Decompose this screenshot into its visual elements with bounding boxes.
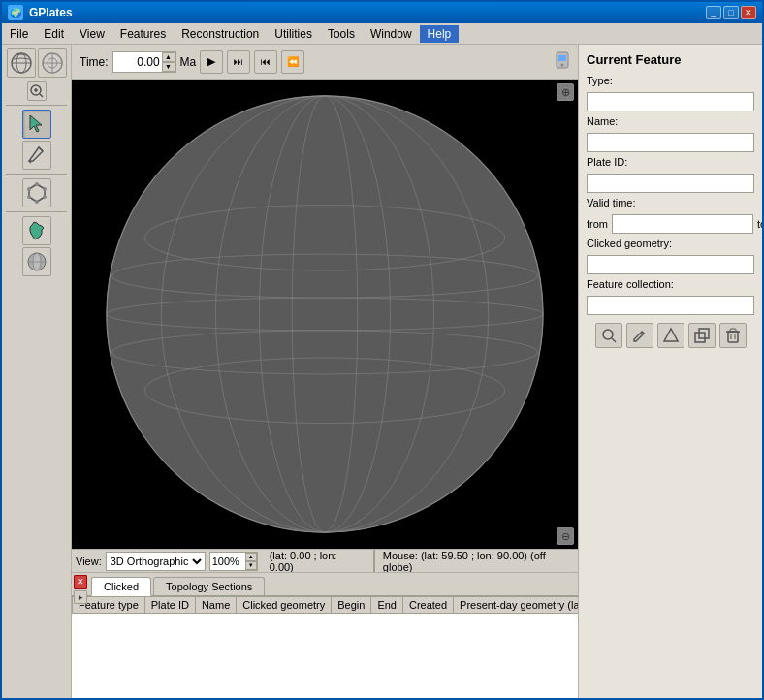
minimize-button[interactable]: _ (706, 6, 721, 19)
topology-tools-section (2, 178, 71, 207)
bottom-tabs: Clicked Topology Sections (72, 573, 578, 596)
svg-line-40 (612, 338, 616, 342)
svg-point-25 (561, 64, 564, 67)
time-input-container: ▲ ▼ (112, 51, 176, 73)
valid-time-label: Valid time: (587, 197, 754, 208)
svg-rect-45 (728, 332, 738, 342)
right-panel-title: Current Feature (587, 52, 754, 67)
svg-point-27 (107, 96, 543, 532)
mouse-position: Mouse: (lat: 59.50 ; lon: 90.00) (off gl… (374, 550, 574, 573)
app-icon: 🌍 (8, 5, 23, 20)
col-present-day-geometry: Present-day geometry (lat ; (454, 597, 578, 614)
panel-collapse-button[interactable]: ▸ (74, 590, 87, 604)
draw-tool[interactable] (22, 141, 51, 170)
coord-display: (lat: 0.00 ; lon: 0.00) (262, 550, 366, 573)
menu-file[interactable]: File (2, 25, 36, 43)
feature-table: Feature type Plate ID Name Clicked geome… (72, 596, 578, 614)
close-button[interactable]: ✕ (741, 6, 756, 19)
feature-collection-input[interactable] (587, 296, 754, 315)
divider-3 (6, 211, 68, 212)
svg-line-41 (642, 332, 644, 334)
view-select[interactable]: 3D Orthographic 2D Map (106, 552, 206, 571)
clicked-geom-input[interactable] (587, 255, 754, 274)
zoom-spin-down[interactable]: ▼ (245, 561, 257, 570)
svg-line-11 (39, 147, 43, 151)
right-panel: Current Feature Type: Name: Plate ID: Va… (578, 45, 762, 698)
feature-collection-label: Feature collection: (587, 278, 754, 290)
feature-table-container[interactable]: Feature type Plate ID Name Clicked geome… (72, 596, 578, 698)
valid-time-row: from to (587, 214, 754, 234)
view-label: View: (76, 556, 102, 567)
zoom-input[interactable] (210, 556, 245, 567)
zoom-input-container: ▲ ▼ (209, 552, 258, 571)
zoom-out-icon[interactable]: ⊖ (557, 527, 574, 545)
menu-edit[interactable]: Edit (36, 25, 72, 43)
play-button[interactable]: ▶ (200, 50, 223, 74)
valid-from-input[interactable] (612, 214, 753, 234)
svg-marker-42 (664, 329, 678, 341)
geom-button[interactable] (657, 323, 684, 348)
maximize-button[interactable]: □ (723, 6, 739, 19)
clone-button[interactable] (688, 323, 716, 348)
ma-label: Ma (180, 55, 197, 69)
svg-rect-43 (695, 333, 705, 342)
sphere-tool[interactable] (22, 247, 51, 276)
edit-button[interactable] (626, 323, 653, 348)
svg-point-18 (27, 195, 31, 199)
svg-rect-47 (730, 329, 736, 332)
table-header-row: Feature type Plate ID Name Clicked geome… (73, 597, 579, 614)
title-bar: 🌍 GPlates _ □ ✕ (2, 2, 762, 23)
tab-clicked[interactable]: Clicked (91, 577, 151, 596)
col-name: Name (195, 597, 236, 614)
zoom-spin-up[interactable]: ▲ (245, 553, 257, 561)
svg-marker-13 (29, 184, 45, 202)
svg-point-16 (43, 195, 47, 199)
gps-icon (555, 48, 570, 72)
delete-button[interactable] (719, 323, 747, 348)
svg-rect-24 (558, 55, 566, 61)
svg-point-19 (27, 187, 31, 191)
col-begin: Begin (332, 597, 371, 614)
tab-topology-sections[interactable]: Topology Sections (153, 577, 265, 595)
panel-close-button[interactable]: ✕ (74, 575, 87, 589)
window-controls: _ □ ✕ (706, 6, 756, 19)
type-input[interactable] (587, 92, 754, 111)
time-input[interactable] (113, 52, 162, 72)
query-button[interactable] (595, 323, 622, 348)
time-toolbar: Time: ▲ ▼ Ma ▶ ⏭ ⏮ ⏪ (72, 45, 578, 80)
menu-window[interactable]: Window (363, 25, 420, 43)
africa-tool[interactable] (22, 216, 51, 245)
skip-back-button[interactable]: ⏮ (254, 50, 277, 74)
status-bar: View: 3D Orthographic 2D Map ▲ ▼ (lat: 0… (72, 549, 578, 572)
svg-point-15 (43, 187, 47, 191)
plate-id-input[interactable] (587, 174, 754, 193)
time-spin-down[interactable]: ▼ (162, 62, 175, 72)
to-label: to (757, 218, 762, 230)
main-content: Time: ▲ ▼ Ma ▶ ⏭ ⏮ ⏪ (2, 45, 762, 698)
time-label: Time: (80, 55, 109, 69)
menu-utilities[interactable]: Utilities (267, 25, 320, 43)
feature-tools-section (2, 216, 71, 276)
menu-view[interactable]: View (72, 25, 112, 43)
zoom-plus-btn[interactable] (27, 81, 47, 101)
menu-tools[interactable]: Tools (320, 25, 363, 43)
svg-point-39 (603, 330, 613, 339)
step-back-button[interactable]: ⏪ (281, 50, 304, 74)
skip-end-button[interactable]: ⏭ (227, 50, 250, 74)
globe-svg (72, 80, 578, 549)
globe-zoom-tool[interactable] (38, 48, 67, 78)
col-end: End (371, 597, 403, 614)
menu-reconstruction[interactable]: Reconstruction (174, 25, 267, 43)
topology-tool[interactable] (22, 178, 51, 207)
menu-features[interactable]: Features (112, 25, 174, 43)
globe-rotate-tool[interactable] (7, 48, 36, 78)
name-input[interactable] (587, 133, 754, 152)
globe-container[interactable]: ⊕ ⊖ (72, 80, 578, 549)
type-label: Type: (587, 75, 754, 86)
zoom-in-icon[interactable]: ⊕ (557, 83, 574, 101)
time-spin-up[interactable]: ▲ (162, 52, 175, 62)
select-tool[interactable] (22, 110, 51, 139)
menu-help[interactable]: Help (420, 25, 460, 43)
col-plate-id: Plate ID (144, 597, 195, 614)
plate-id-label: Plate ID: (587, 156, 754, 168)
